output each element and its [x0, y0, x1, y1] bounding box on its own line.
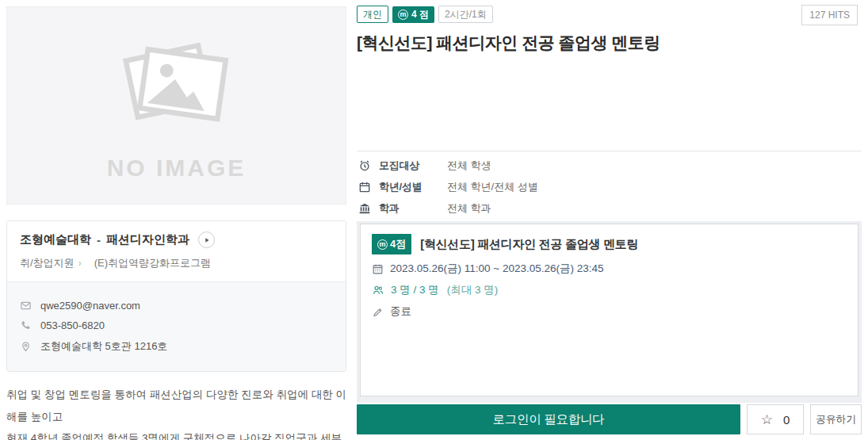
contact-phone: 053-850-6820: [40, 319, 105, 331]
organization-header: 조형예술대학 - 패션디자인학과 취/창업지원 › (E)취업역량강화프로그램: [7, 221, 346, 281]
session-list: m 4점 [혁신선도] 패션디자인 전공 졸업생 멘토링 20: [357, 221, 862, 403]
session-capacity-max: (최대 3 명): [447, 283, 499, 297]
session-points-label: 4점: [390, 237, 406, 251]
duration-badge: 2시간/1회: [438, 6, 493, 23]
session-title: [혁신선도] 패션디자인 전공 졸업생 멘토링: [420, 237, 638, 252]
department-name: 패션디자인학과: [106, 232, 189, 247]
program-description: 취업 및 창업 멘토링을 통하여 패션산업의 다양한 진로와 취업에 대한 이해…: [6, 384, 346, 440]
detail-value: 전체 학과: [447, 201, 491, 216]
organization-card: 조형예술대학 - 패션디자인학과 취/창업지원 › (E)취업역량강화프로그램: [6, 220, 346, 372]
contact-email: qwe2590@naver.com: [40, 300, 140, 312]
contact-address-row: 조형예술대학 5호관 1216호: [20, 339, 333, 354]
org-name-separator: -: [97, 233, 101, 247]
page-title: [혁신선도] 패션디자인 전공 졸업생 멘토링: [357, 32, 862, 54]
contact-address: 조형예술대학 5호관 1216호: [40, 339, 167, 354]
contact-section: qwe2590@naver.com 053-850-6820: [7, 281, 346, 371]
detail-label: 모집대상: [379, 159, 447, 173]
detail-label: 학년/성별: [379, 180, 447, 194]
favorite-count: 0: [783, 413, 790, 427]
session-capacity-row: 3 명 / 3 명 (최대 3 명): [372, 283, 847, 297]
star-icon: ☆: [761, 413, 773, 427]
breadcrumb: 취/창업지원 › (E)취업역량강화프로그램: [20, 256, 333, 270]
play-button[interactable]: [198, 231, 215, 248]
session-capacity: 3 명 / 3 명: [391, 283, 439, 297]
people-icon: [372, 284, 384, 297]
section-divider: [357, 151, 862, 151]
detail-value: 전체 학년/전체 성별: [447, 180, 538, 194]
mileage-icon: m: [377, 239, 388, 250]
map-pin-icon: [20, 341, 32, 353]
pen-icon: [372, 306, 384, 318]
detail-row-department: 학과 전체 학과: [358, 201, 538, 215]
favorite-button[interactable]: ☆ 0: [747, 404, 804, 434]
envelope-icon: [20, 300, 32, 312]
description-line-1: 취업 및 창업 멘토링을 통하여 패션산업의 다양한 진로와 취업에 대한 이해…: [6, 384, 346, 427]
breadcrumb-category[interactable]: 취/창업지원: [20, 256, 75, 270]
detail-row-target: 모집대상 전체 학생: [358, 159, 538, 172]
organization-title: 조형예술대학 - 패션디자인학과: [20, 231, 333, 248]
points-badge-label: 4 점: [411, 10, 429, 19]
share-button[interactable]: 공유하기: [810, 404, 862, 434]
detail-value: 전체 학생: [447, 159, 491, 173]
calendar-icon: [358, 181, 372, 193]
detail-row-grade-gender: 학년/성별 전체 학년/전체 성별: [358, 180, 538, 193]
contact-email-row: qwe2590@naver.com: [20, 300, 333, 312]
no-image-label: NO IMAGE: [107, 155, 247, 182]
badge-row: 개인 m 4 점 2시간/1회 127 HITS: [357, 5, 862, 24]
detail-label: 학과: [379, 201, 447, 216]
session-points-badge: m 4점: [372, 234, 411, 254]
college-name: 조형예술대학: [20, 232, 91, 247]
bank-icon: [358, 202, 372, 215]
mileage-icon: m: [398, 10, 408, 20]
calendar-grid-icon: [372, 263, 384, 275]
contact-phone-row: 053-850-6820: [20, 319, 333, 331]
alarm-clock-icon: [358, 159, 372, 172]
detail-list: 모집대상 전체 학생 학년/성별 전체 학년/전체 성별: [358, 159, 538, 223]
play-icon: [203, 236, 211, 244]
session-schedule: 2023.05.26(금) 11:00 ~ 2023.05.26(금) 23:4…: [390, 262, 604, 276]
session-card[interactable]: m 4점 [혁신선도] 패션디자인 전공 졸업생 멘토링 20: [360, 224, 858, 396]
session-schedule-row: 2023.05.26(금) 11:00 ~ 2023.05.26(금) 23:4…: [372, 262, 847, 276]
points-badge: m 4 점: [392, 6, 434, 23]
left-column: NO IMAGE 조형예술대학 - 패션디자인학과 취/창업지원 ›: [6, 6, 346, 440]
breadcrumb-program[interactable]: (E)취업역량강화프로그램: [94, 256, 211, 270]
session-status-row: 종료: [372, 304, 847, 319]
right-column: 개인 m 4 점 2시간/1회 127 HITS [혁신선도] 패션디자인 전공…: [357, 5, 862, 435]
no-image-icon: [98, 29, 256, 143]
phone-icon: [20, 319, 32, 331]
type-badge: 개인: [357, 6, 388, 23]
action-bar: 로그인이 필요합니다 ☆ 0 공유하기: [357, 404, 862, 434]
hits-badge: 127 HITS: [801, 5, 858, 25]
program-detail-page: NO IMAGE 조형예술대학 - 패션디자인학과 취/창업지원 ›: [0, 0, 868, 440]
login-required-button[interactable]: 로그인이 필요합니다: [357, 404, 740, 434]
session-status: 종료: [390, 304, 411, 319]
no-image-placeholder: NO IMAGE: [6, 6, 346, 205]
chevron-right-icon: ›: [78, 258, 82, 269]
description-line-2: 현재 4학년 졸업예정 학생들 3명에게 구체적으로 나아갈 직업군과 세부 내…: [6, 427, 346, 440]
session-header: m 4점 [혁신선도] 패션디자인 전공 졸업생 멘토링: [372, 234, 847, 254]
